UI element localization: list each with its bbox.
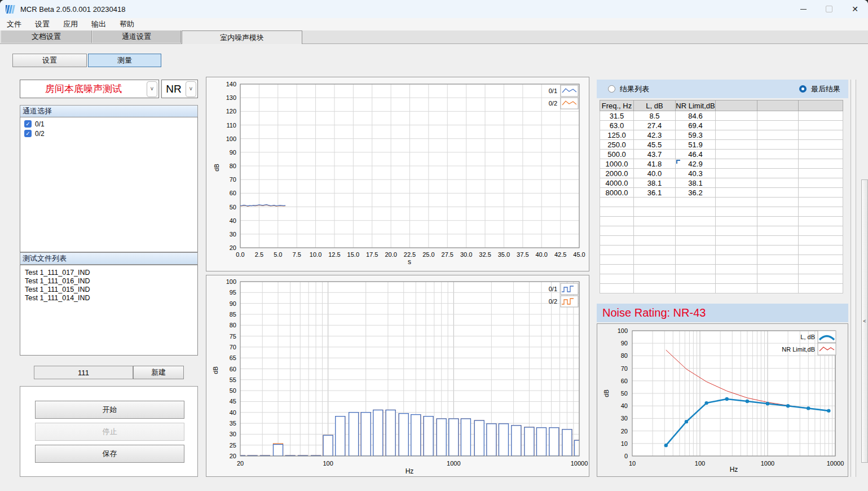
table-cell[interactable] [757, 207, 799, 217]
table-cell[interactable] [799, 255, 843, 265]
table-cell[interactable] [634, 217, 676, 226]
table-row[interactable]: 500.043.746.4 [600, 150, 843, 159]
checkbox-checked-icon[interactable]: ✓ [24, 120, 32, 128]
table-cell[interactable] [634, 274, 676, 284]
table-cell[interactable]: 2000.0 [600, 169, 634, 178]
table-cell[interactable] [757, 159, 799, 169]
table-cell[interactable]: 69.4 [676, 121, 716, 130]
file-list-item[interactable]: Test 1_111_014_IND [20, 294, 197, 303]
table-cell[interactable] [716, 236, 757, 246]
table-cell[interactable] [716, 255, 757, 265]
table-row[interactable]: 63.027.469.4 [600, 121, 843, 130]
table-cell[interactable] [676, 265, 716, 274]
menu-item-输出[interactable]: 输出 [85, 18, 113, 30]
table-cell[interactable]: 59.3 [676, 130, 716, 140]
table-cell[interactable] [799, 169, 843, 178]
table-cell[interactable] [799, 217, 843, 226]
table-row[interactable] [600, 217, 843, 226]
table-cell[interactable] [676, 274, 716, 284]
table-cell[interactable]: 41.8 [634, 159, 676, 169]
table-cell[interactable] [676, 255, 716, 265]
table-cell[interactable] [716, 121, 757, 130]
minimize-button[interactable] [790, 0, 816, 18]
file-list-item[interactable]: Test 1_111_017_IND [20, 269, 197, 277]
table-cell[interactable] [634, 255, 676, 265]
table-row[interactable]: 4000.038.138.1 [600, 178, 843, 188]
table-cell[interactable]: 42.3 [634, 130, 676, 140]
table-row[interactable] [600, 236, 843, 246]
chevron-down-icon[interactable]: ˅ [147, 81, 157, 97]
table-cell[interactable]: 45.5 [634, 140, 676, 150]
tab-室内噪声模块[interactable]: 室内噪声模块 [182, 30, 302, 44]
table-cell[interactable] [716, 188, 757, 198]
table-cell[interactable] [799, 226, 843, 236]
table-cell[interactable] [799, 159, 843, 169]
menu-item-应用[interactable]: 应用 [56, 18, 85, 30]
table-cell[interactable] [799, 140, 843, 150]
table-cell[interactable] [676, 207, 716, 217]
table-cell[interactable] [757, 130, 799, 140]
table-cell[interactable]: 84.6 [676, 111, 716, 121]
table-cell[interactable] [757, 284, 799, 293]
table-cell[interactable] [600, 246, 634, 255]
tab-settings[interactable]: 设置 [12, 54, 87, 67]
table-row[interactable] [600, 284, 843, 293]
channel-item[interactable]: ✓0/2 [20, 129, 197, 138]
table-cell[interactable] [799, 150, 843, 159]
table-cell[interactable] [676, 284, 716, 293]
table-cell[interactable] [716, 274, 757, 284]
table-cell[interactable] [799, 265, 843, 274]
table-cell[interactable] [600, 236, 634, 246]
table-cell[interactable] [799, 207, 843, 217]
table-cell[interactable] [600, 265, 634, 274]
table-cell[interactable] [799, 111, 843, 121]
table-row[interactable] [600, 207, 843, 217]
table-cell[interactable] [716, 159, 757, 169]
table-cell[interactable] [634, 265, 676, 274]
table-cell[interactable] [716, 226, 757, 236]
panel-collapse-splitter[interactable]: < [861, 179, 868, 463]
table-cell[interactable] [757, 178, 799, 188]
table-cell[interactable]: 31.5 [600, 111, 634, 121]
table-cell[interactable]: 36.1 [634, 188, 676, 198]
table-cell[interactable] [600, 284, 634, 293]
table-cell[interactable] [799, 130, 843, 140]
table-row[interactable] [600, 265, 843, 274]
table-cell[interactable] [634, 284, 676, 293]
test-type-select[interactable]: 房间本底噪声测试 ˅ [20, 80, 159, 98]
table-cell[interactable]: 8.5 [634, 111, 676, 121]
table-cell[interactable] [716, 111, 757, 121]
table-cell[interactable] [757, 111, 799, 121]
maximize-button[interactable] [816, 0, 842, 18]
table-cell[interactable] [757, 121, 799, 130]
chevron-down-icon[interactable]: ˅ [186, 81, 196, 97]
table-cell[interactable]: 42.9 [676, 159, 716, 169]
tab-通道设置[interactable]: 通道设置 [92, 30, 181, 43]
menu-item-帮助[interactable]: 帮助 [113, 18, 141, 30]
table-row[interactable]: 250.045.551.9 [600, 140, 843, 150]
menu-item-文件[interactable]: 文件 [0, 18, 28, 30]
table-cell[interactable] [676, 217, 716, 226]
table-cell[interactable] [799, 178, 843, 188]
table-cell[interactable] [676, 236, 716, 246]
table-cell[interactable]: 250.0 [600, 140, 634, 150]
table-cell[interactable] [757, 198, 799, 207]
table-row[interactable] [600, 274, 843, 284]
table-cell[interactable] [757, 169, 799, 178]
table-cell[interactable]: 40.3 [676, 169, 716, 178]
table-cell[interactable]: 43.7 [634, 150, 676, 159]
table-cell[interactable] [716, 207, 757, 217]
table-cell[interactable] [757, 265, 799, 274]
table-cell[interactable] [716, 178, 757, 188]
table-cell[interactable] [757, 150, 799, 159]
table-row[interactable]: 1000.041.842.9 [600, 159, 843, 169]
channel-item[interactable]: ✓0/1 [20, 119, 197, 129]
table-cell[interactable] [757, 217, 799, 226]
new-button[interactable]: 新建 [133, 366, 184, 379]
table-cell[interactable] [676, 226, 716, 236]
tab-measure[interactable]: 测量 [88, 54, 161, 67]
table-cell[interactable] [716, 140, 757, 150]
table-cell[interactable] [757, 140, 799, 150]
table-row[interactable] [600, 226, 843, 236]
table-row[interactable] [600, 246, 843, 255]
